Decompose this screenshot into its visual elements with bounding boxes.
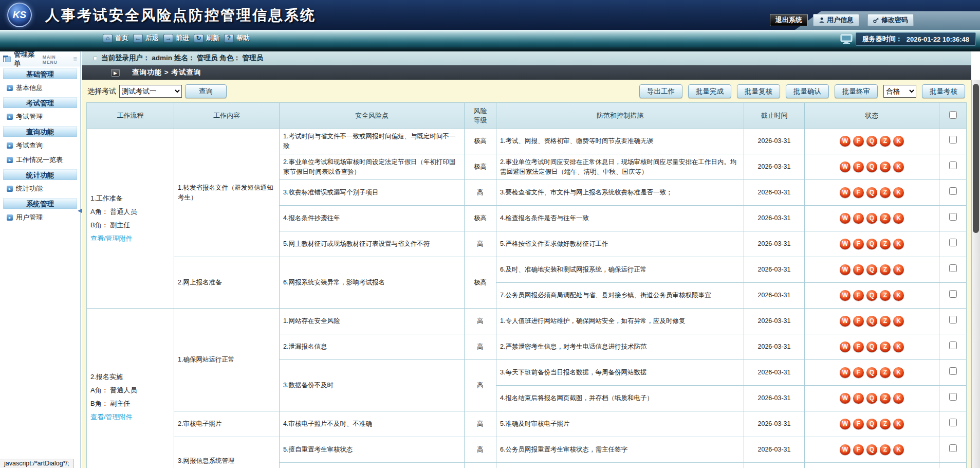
sidebar-item-工作情况一览表[interactable]: ▸工作情况一览表 <box>0 153 80 167</box>
status-icon-f[interactable]: F <box>853 367 864 378</box>
status-icon-w[interactable]: W <box>840 239 850 249</box>
status-icon-k[interactable]: K <box>893 419 904 429</box>
sidebar-group-统计功能[interactable]: 统计功能 <box>3 169 78 181</box>
status-icon-z[interactable]: Z <box>880 136 891 147</box>
status-icon-z[interactable]: Z <box>880 161 891 172</box>
status-icon-w[interactable]: W <box>840 367 850 378</box>
batch-button-批量终审[interactable]: 批量终审 <box>835 84 878 98</box>
attachment-link[interactable]: 查看/管理附件 <box>90 413 133 421</box>
status-icon-f[interactable]: F <box>853 161 864 172</box>
row-checkbox[interactable] <box>949 393 957 401</box>
status-icon-f[interactable]: F <box>853 316 864 327</box>
status-icon-q[interactable]: Q <box>866 444 877 455</box>
status-icon-q[interactable]: Q <box>866 316 877 327</box>
status-icon-z[interactable]: Z <box>880 187 891 198</box>
row-checkbox[interactable] <box>949 136 957 143</box>
status-icon-z[interactable]: Z <box>880 290 891 301</box>
status-icon-k[interactable]: K <box>893 290 904 301</box>
menu-lines-icon[interactable]: ≡ <box>73 55 77 63</box>
status-icon-w[interactable]: W <box>840 316 850 327</box>
status-icon-z[interactable]: Z <box>880 264 891 275</box>
sidebar-item-用户管理[interactable]: ▸用户管理 <box>0 210 80 225</box>
sidebar-item-考试管理[interactable]: ▸考试管理 <box>0 110 80 124</box>
status-icon-q[interactable]: Q <box>866 264 877 275</box>
row-checkbox[interactable] <box>949 367 957 375</box>
status-icon-w[interactable]: W <box>840 419 850 429</box>
status-icon-z[interactable]: Z <box>880 393 891 404</box>
exam-select[interactable]: 测试考试一 <box>119 85 182 98</box>
status-icon-k[interactable]: K <box>893 393 904 404</box>
status-icon-q[interactable]: Q <box>866 367 877 378</box>
change-password-button[interactable]: 修改密码 <box>867 14 914 26</box>
status-icon-q[interactable]: Q <box>866 161 877 172</box>
batch-button-批量完成[interactable]: 批量完成 <box>688 84 731 98</box>
logout-button[interactable]: 退出系统 <box>770 14 808 26</box>
status-icon-w[interactable]: W <box>840 161 850 172</box>
status-icon-f[interactable]: F <box>853 393 864 404</box>
status-icon-f[interactable]: F <box>853 239 864 249</box>
status-icon-k[interactable]: K <box>893 444 904 455</box>
status-icon-k[interactable]: K <box>893 136 904 147</box>
status-icon-z[interactable]: Z <box>880 213 891 224</box>
user-info-button[interactable]: 用户信息 <box>813 14 859 26</box>
batch-button-导出工作[interactable]: 导出工作 <box>639 84 682 98</box>
sidebar-group-查询功能[interactable]: 查询功能 <box>3 125 78 137</box>
status-icon-w[interactable]: W <box>840 213 850 224</box>
status-icon-k[interactable]: K <box>893 239 904 249</box>
status-icon-k[interactable]: K <box>893 264 904 275</box>
status-icon-k[interactable]: K <box>893 161 904 172</box>
status-icon-k[interactable]: K <box>893 316 904 327</box>
status-icon-w[interactable]: W <box>840 187 850 198</box>
status-icon-q[interactable]: Q <box>866 213 877 224</box>
status-icon-z[interactable]: Z <box>880 239 891 249</box>
status-icon-z[interactable]: Z <box>880 341 891 352</box>
batch-button-批量确认[interactable]: 批量确认 <box>786 84 829 98</box>
status-icon-w[interactable]: W <box>840 290 850 301</box>
status-icon-f[interactable]: F <box>853 341 864 352</box>
status-icon-q[interactable]: Q <box>866 419 877 429</box>
status-icon-f[interactable]: F <box>853 213 864 224</box>
status-icon-q[interactable]: Q <box>866 290 877 301</box>
row-checkbox[interactable] <box>949 316 957 323</box>
status-icon-f[interactable]: F <box>853 444 864 455</box>
status-icon-q[interactable]: Q <box>866 187 877 198</box>
status-icon-f[interactable]: F <box>853 419 864 429</box>
status-icon-k[interactable]: K <box>893 341 904 352</box>
nav-forward-arrow[interactable]: →前进 <box>163 33 189 43</box>
row-checkbox[interactable] <box>949 187 957 195</box>
status-icon-w[interactable]: W <box>840 341 850 352</box>
sidebar-collapse-arrow-icon[interactable]: ◀ <box>78 207 82 214</box>
query-button[interactable]: 查询 <box>185 84 227 98</box>
status-icon-z[interactable]: Z <box>880 419 891 429</box>
status-icon-k[interactable]: K <box>893 187 904 198</box>
row-checkbox[interactable] <box>949 264 957 272</box>
row-checkbox[interactable] <box>949 290 957 298</box>
grade-select[interactable]: 合格 <box>883 85 916 98</box>
nav-back-arrow[interactable]: ←后退 <box>133 33 159 43</box>
nav-help[interactable]: ?帮助 <box>224 33 250 43</box>
status-icon-z[interactable]: Z <box>880 316 891 327</box>
row-checkbox[interactable] <box>949 161 957 169</box>
nav-home[interactable]: ⌂首页 <box>103 33 128 43</box>
status-icon-k[interactable]: K <box>893 367 904 378</box>
status-icon-q[interactable]: Q <box>866 239 877 249</box>
row-checkbox[interactable] <box>949 341 957 349</box>
sidebar-group-基础管理[interactable]: 基础管理 <box>3 68 78 80</box>
status-icon-q[interactable]: Q <box>866 136 877 147</box>
select-all-checkbox[interactable] <box>949 111 957 119</box>
row-checkbox[interactable] <box>949 213 957 221</box>
status-icon-q[interactable]: Q <box>866 341 877 352</box>
sidebar-group-考试管理[interactable]: 考试管理 <box>3 97 78 109</box>
row-checkbox[interactable] <box>949 239 957 246</box>
status-icon-k[interactable]: K <box>893 213 904 224</box>
scrollbar-thumb[interactable] <box>973 84 979 233</box>
sidebar-item-考试查询[interactable]: ▸考试查询 <box>0 138 80 153</box>
row-checkbox[interactable] <box>949 419 957 426</box>
batch-assess-button[interactable]: 批量考核 <box>922 84 965 98</box>
sidebar-item-统计功能[interactable]: ▸统计功能 <box>0 182 80 196</box>
sidebar-item-基本信息[interactable]: ▸基本信息 <box>0 81 80 95</box>
status-icon-f[interactable]: F <box>853 290 864 301</box>
attachment-link[interactable]: 查看/管理附件 <box>90 235 133 242</box>
status-icon-z[interactable]: Z <box>880 367 891 378</box>
sidebar-group-系统管理[interactable]: 系统管理 <box>3 197 78 209</box>
